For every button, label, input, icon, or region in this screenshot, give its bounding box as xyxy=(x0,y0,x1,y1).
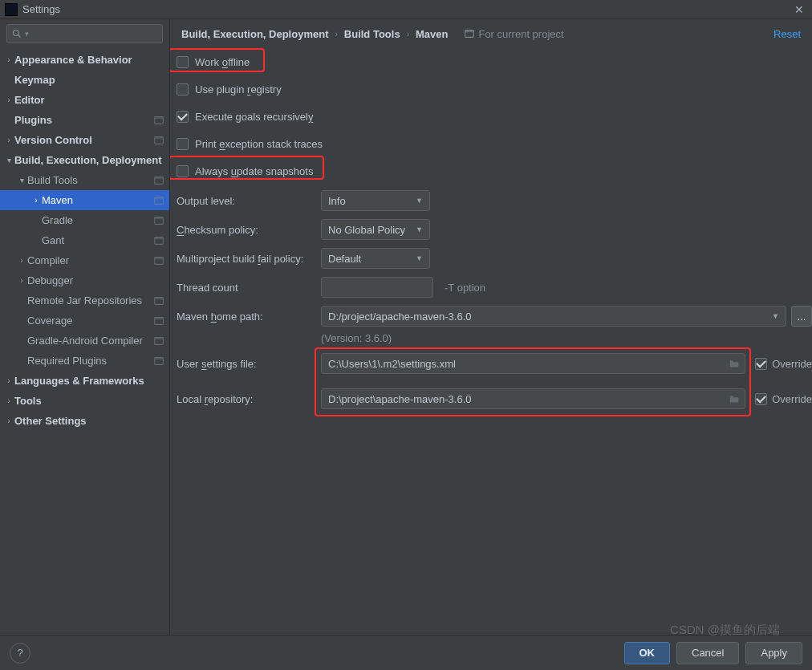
crumb-build[interactable]: Build, Execution, Deployment xyxy=(181,28,328,40)
svg-rect-19 xyxy=(155,317,164,319)
sidebar-item-label: Maven xyxy=(42,194,153,206)
chevron-down-icon: ▼ xyxy=(772,312,779,320)
sidebar-item-label: Version Control xyxy=(14,134,153,146)
search-input[interactable]: ▾ xyxy=(6,24,163,43)
sidebar-item-label: Languages & Frameworks xyxy=(14,375,164,387)
svg-rect-3 xyxy=(155,116,164,119)
project-icon xyxy=(153,255,164,266)
project-icon xyxy=(153,315,164,327)
chevron-down-icon: ▾ xyxy=(25,30,29,38)
project-icon xyxy=(153,355,164,367)
checkbox-execute-recursively[interactable] xyxy=(177,111,189,123)
checkbox-override-local-repo[interactable] xyxy=(755,393,767,405)
label-print-exception: Print exception stack traces xyxy=(195,138,323,150)
sidebar-item-tools[interactable]: ›Tools xyxy=(0,391,169,411)
chevron-down-icon: ▾ xyxy=(16,176,27,185)
settings-tree: ›Appearance & Behavior›Keymap›Editor›Plu… xyxy=(0,48,169,635)
svg-point-0 xyxy=(14,30,19,36)
svg-rect-25 xyxy=(465,30,474,33)
svg-rect-23 xyxy=(155,357,164,359)
label-plugin-registry: Use plugin registry xyxy=(195,83,282,95)
sidebar-item-debugger[interactable]: ›Debugger xyxy=(0,270,169,290)
label-work-offline: Work offline xyxy=(195,56,250,68)
sidebar-item-label: Appearance & Behavior xyxy=(14,54,164,66)
label-override: Override xyxy=(772,358,812,370)
maven-form: Work offline Use plugin registry Execute… xyxy=(170,48,812,413)
sidebar-item-required-plugins[interactable]: ›Required Plugins xyxy=(0,351,169,371)
sidebar-item-coverage[interactable]: ›Coverage xyxy=(0,311,169,331)
project-icon xyxy=(153,335,164,347)
chevron-right-icon: › xyxy=(3,396,14,405)
folder-icon[interactable] xyxy=(729,393,740,407)
sidebar-item-appearance-behavior[interactable]: ›Appearance & Behavior xyxy=(0,50,169,70)
sidebar-item-label: Other Settings xyxy=(14,415,164,427)
sidebar-item-build-execution-deployment[interactable]: ▾Build, Execution, Deployment xyxy=(0,150,169,170)
scope-text: For current project xyxy=(478,28,563,40)
dialog-footer: ? OK Cancel Apply xyxy=(0,635,812,670)
crumb-maven[interactable]: Maven xyxy=(416,28,448,40)
sidebar-item-label: Editor xyxy=(14,94,164,106)
sidebar-item-languages-frameworks[interactable]: ›Languages & Frameworks xyxy=(0,371,169,391)
svg-rect-9 xyxy=(155,197,164,199)
chevron-right-icon: › xyxy=(3,55,14,64)
chevron-right-icon: › xyxy=(16,256,27,265)
sidebar-item-label: Tools xyxy=(14,395,164,407)
label-local-repo: Local repository: xyxy=(177,393,321,405)
sidebar: ▾ ›Appearance & Behavior›Keymap›Editor›P… xyxy=(0,19,170,635)
label-output-level: Output level: xyxy=(177,195,321,207)
project-icon xyxy=(153,215,164,226)
sidebar-item-label: Gradle xyxy=(42,214,153,226)
sidebar-item-other-settings[interactable]: ›Other Settings xyxy=(0,411,169,431)
project-icon xyxy=(153,195,164,206)
sidebar-item-keymap[interactable]: ›Keymap xyxy=(0,70,169,90)
label-execute-recursively: Execute goals recursively xyxy=(195,111,313,123)
crumb-buildtools[interactable]: Build Tools xyxy=(344,28,400,40)
project-icon xyxy=(153,135,164,146)
project-icon xyxy=(153,175,164,186)
sidebar-item-editor[interactable]: ›Editor xyxy=(0,90,169,110)
checkbox-override-user-settings[interactable] xyxy=(755,358,767,370)
folder-icon[interactable] xyxy=(729,358,740,372)
search-icon xyxy=(12,29,22,39)
close-icon[interactable]: ✕ xyxy=(791,3,807,16)
svg-rect-17 xyxy=(155,297,164,299)
svg-rect-21 xyxy=(155,337,164,339)
checkbox-update-snapshots[interactable] xyxy=(177,165,189,177)
sidebar-item-label: Required Plugins xyxy=(27,355,153,367)
reset-link[interactable]: Reset xyxy=(773,28,801,40)
title-bar: Settings ✕ xyxy=(0,0,812,19)
sidebar-item-gradle[interactable]: ›Gradle xyxy=(0,210,169,230)
label-maven-home: Maven home path: xyxy=(177,311,321,323)
label-thread-count: Thread count xyxy=(177,282,321,294)
svg-rect-7 xyxy=(155,177,164,179)
sidebar-item-gradle-android-compiler[interactable]: ›Gradle-Android Compiler xyxy=(0,331,169,351)
sidebar-item-build-tools[interactable]: ▾Build Tools xyxy=(0,170,169,190)
checkbox-work-offline[interactable] xyxy=(177,56,189,68)
cancel-button[interactable]: Cancel xyxy=(676,642,739,664)
sidebar-item-remote-jar-repositories[interactable]: ›Remote Jar Repositories xyxy=(0,290,169,311)
browse-button[interactable]: ... xyxy=(791,306,812,327)
input-user-settings[interactable]: C:\Users\1\.m2\settings.xml xyxy=(321,353,745,374)
checkbox-plugin-registry[interactable] xyxy=(177,83,189,95)
help-button[interactable]: ? xyxy=(10,643,30,664)
sidebar-item-maven[interactable]: ›Maven xyxy=(0,190,169,210)
chevron-right-icon: › xyxy=(30,196,42,205)
sidebar-item-label: Build, Execution, Deployment xyxy=(14,154,164,166)
combo-checksum-policy[interactable]: No Global Policy▼ xyxy=(321,219,430,240)
checkbox-print-exception[interactable] xyxy=(177,138,189,150)
sidebar-item-gant[interactable]: ›Gant xyxy=(0,230,169,250)
label-checksum-policy: Checksum policy: xyxy=(177,224,321,236)
input-local-repo[interactable]: D:\project\apache-maven-3.6.0 xyxy=(321,388,745,409)
sidebar-item-compiler[interactable]: ›Compiler xyxy=(0,250,169,270)
input-thread-count[interactable] xyxy=(321,277,433,298)
ok-button[interactable]: OK xyxy=(624,642,671,664)
sidebar-item-plugins[interactable]: ›Plugins xyxy=(0,110,169,130)
chevron-right-icon: › xyxy=(3,376,14,385)
combo-output-level[interactable]: Info▼ xyxy=(321,190,430,211)
sidebar-item-label: Coverage xyxy=(27,315,153,327)
apply-button[interactable]: Apply xyxy=(745,642,802,664)
combo-multiproject-fail[interactable]: Default▼ xyxy=(321,248,430,269)
breadcrumb: Build, Execution, Deployment › Build Too… xyxy=(170,19,812,48)
sidebar-item-version-control[interactable]: ›Version Control xyxy=(0,130,169,150)
combo-maven-home[interactable]: D:/project/apache-maven-3.6.0▼ xyxy=(321,306,786,327)
